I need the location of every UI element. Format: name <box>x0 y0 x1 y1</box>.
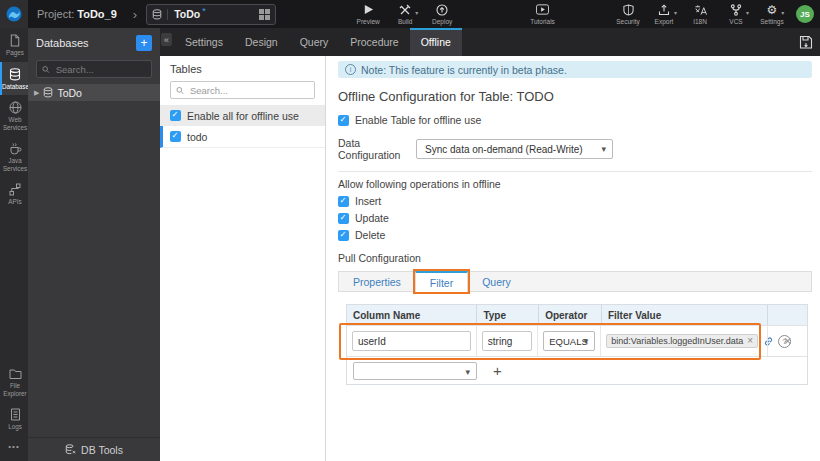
more-options-icon[interactable] <box>0 436 28 461</box>
workspace-tab-bar: Settings Design Query Procedure Offline <box>160 28 820 56</box>
add-database-button[interactable]: + <box>136 35 152 51</box>
checkbox-checked-icon[interactable] <box>170 110 181 121</box>
data-configuration-select[interactable]: Sync data on-demand (Read-Write) <box>416 139 613 159</box>
operator-select[interactable]: EQUALS <box>543 331 595 351</box>
caret-down-icon <box>415 9 418 16</box>
column-header: Filter Value <box>601 305 767 325</box>
deploy-button[interactable]: Deploy <box>430 3 454 25</box>
tab-filter[interactable]: Filter <box>415 271 468 292</box>
project-label: Project:ToDo_9 <box>37 8 117 20</box>
column-header: Type <box>476 305 538 325</box>
folder-icon <box>9 368 22 380</box>
db-tools-button[interactable]: DB Tools <box>28 437 160 461</box>
save-icon[interactable] <box>799 35 813 50</box>
column-name-input[interactable] <box>352 331 471 351</box>
checkbox-checked-icon[interactable] <box>338 230 349 241</box>
sidebar-item-file-explorer[interactable]: File Explorer <box>0 362 28 402</box>
checkbox-checked-icon[interactable] <box>338 213 349 224</box>
i18n-button[interactable]: I18N <box>688 3 712 25</box>
tab-properties[interactable]: Properties <box>339 272 415 291</box>
tab-procedure[interactable]: Procedure <box>339 28 409 56</box>
caret-down-icon <box>674 9 677 16</box>
export-button[interactable]: I18N Export <box>652 3 676 25</box>
tutorials-button[interactable]: Tutorials <box>530 3 555 25</box>
sidebar-item-apis[interactable]: APIs <box>0 177 28 211</box>
tree-item-todo-database[interactable]: ToDo <box>28 84 160 101</box>
app-logo[interactable] <box>0 0 28 28</box>
operation-label: Delete <box>355 229 385 241</box>
type-input[interactable] <box>482 331 532 351</box>
page-icon <box>9 34 21 47</box>
enable-table-label: Enable Table for offline use <box>355 114 481 126</box>
tables-search-input[interactable] <box>188 84 309 97</box>
chevron-right-icon: › <box>133 7 137 22</box>
selected-option: Sync data on-demand (Read-Write) <box>425 144 583 155</box>
sidebar-item-web-services[interactable]: Web Services <box>0 95 28 136</box>
database-icon <box>152 9 168 20</box>
operation-insert-row: Insert <box>338 195 820 207</box>
section-divider <box>338 171 812 172</box>
preview-button[interactable]: Preview <box>356 3 380 25</box>
filter-criteria-table: Column Name Type Operator Filter Value E… <box>346 304 808 385</box>
security-button[interactable]: Security <box>616 3 640 25</box>
delete-row-icon[interactable] <box>784 334 792 348</box>
tab-query[interactable]: Query <box>289 28 340 56</box>
checkbox-checked-icon[interactable] <box>170 131 181 142</box>
sidebar-item-java-services[interactable]: Java Services <box>0 136 28 177</box>
operation-delete-row: Delete <box>338 229 820 241</box>
enable-table-row: Enable Table for offline use <box>338 114 820 126</box>
sidebar-item-logs[interactable]: Logs <box>0 402 28 436</box>
tables-panel-title: Tables <box>160 56 325 78</box>
operation-update-row: Update <box>338 212 820 224</box>
pull-config-tab-bar: Properties Filter Query <box>338 271 812 292</box>
coffee-cup-icon <box>9 142 22 155</box>
offline-config-content: Note: This feature is currently in beta … <box>325 56 820 461</box>
checkbox-checked-icon[interactable] <box>338 115 349 126</box>
add-filter-row: + <box>347 356 807 384</box>
filter-table-header: Column Name Type Operator Filter Value <box>347 305 807 325</box>
user-avatar[interactable]: JS <box>796 5 814 23</box>
page-title: Offline Configuration for Table: TODO <box>338 89 820 104</box>
video-icon <box>536 3 549 16</box>
new-column-select[interactable] <box>353 362 477 380</box>
checkbox-checked-icon[interactable] <box>338 196 349 207</box>
build-button[interactable]: Build <box>393 3 417 25</box>
gear-icon <box>767 3 778 16</box>
operations-label: Allow following operations in offline <box>338 178 820 190</box>
clear-value-icon[interactable] <box>747 336 753 346</box>
databases-panel-header: Databases + <box>28 28 160 54</box>
table-list-item-todo[interactable]: todo <box>160 126 325 148</box>
settings-button[interactable]: Settings <box>760 3 784 25</box>
wavemaker-logo-icon <box>6 6 22 22</box>
tables-search <box>170 81 315 99</box>
add-row-button[interactable]: + <box>493 362 502 379</box>
entity-selector[interactable]: ToDo * <box>146 4 276 25</box>
panel-title: Databases <box>36 37 89 49</box>
sidebar-item-databases[interactable]: Databases <box>0 62 28 96</box>
database-search-input[interactable] <box>54 63 146 76</box>
grid-icon[interactable] <box>259 9 270 20</box>
tab-offline[interactable]: Offline <box>410 28 462 56</box>
column-header-actions <box>767 305 807 325</box>
tab-settings[interactable]: Settings <box>174 28 234 56</box>
databases-panel: Databases + ToDo DB Tools <box>28 28 160 461</box>
note-text: Note: This feature is currently in beta … <box>361 64 567 76</box>
rail-spacer <box>0 211 28 363</box>
enable-all-label: Enable all for offline use <box>187 110 299 122</box>
operation-label: Insert <box>355 195 381 207</box>
vcs-button[interactable]: VCS <box>724 3 748 25</box>
tree-item-label: ToDo <box>57 87 82 99</box>
collapse-panel-button[interactable] <box>161 33 172 46</box>
sidebar-item-pages[interactable]: Pages <box>0 28 28 62</box>
enable-all-offline-row[interactable]: Enable all for offline use <box>160 105 325 126</box>
tab-design[interactable]: Design <box>234 28 289 56</box>
caret-down-icon <box>746 9 749 16</box>
entity-name: ToDo <box>174 8 200 20</box>
topbar-right-actions: Security I18N Export I18N <box>616 3 814 25</box>
expand-arrow-icon[interactable] <box>34 89 39 97</box>
tables-panel: Tables Enable all for offline use todo <box>160 56 325 461</box>
db-tools-icon <box>65 444 76 455</box>
beta-note-banner: Note: This feature is currently in beta … <box>338 61 812 78</box>
tab-filter-query[interactable]: Query <box>468 272 525 291</box>
filter-table-row: EQUALS bind:Variables.loggedInUser.data <box>347 325 807 356</box>
